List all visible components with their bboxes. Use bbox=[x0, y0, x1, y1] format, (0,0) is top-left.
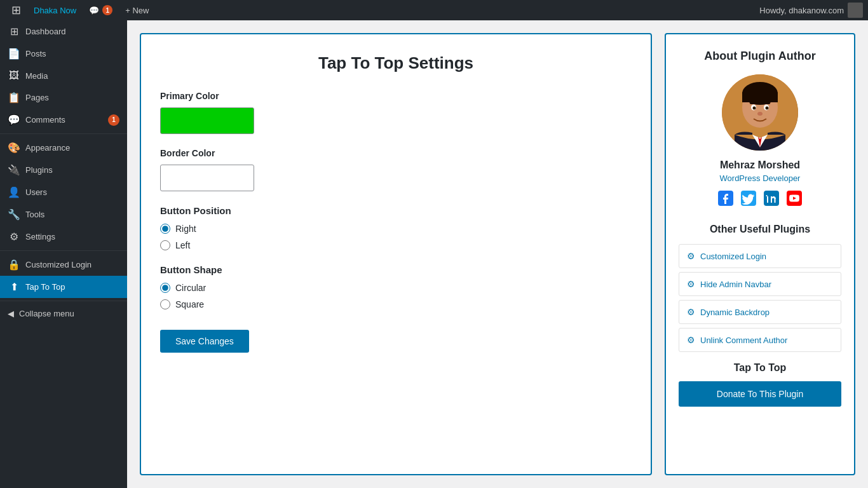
sidebar-item-tools[interactable]: 🔧 Tools bbox=[0, 203, 127, 226]
plugin-dynamic-backdrop-icon: ⚙ bbox=[687, 307, 695, 317]
button-shape-label: Button Shape bbox=[160, 264, 632, 275]
sidebar-item-dashboard[interactable]: ⊞ Dashboard bbox=[0, 20, 127, 43]
sidebar-item-users[interactable]: 👤 Users bbox=[0, 181, 127, 203]
sidebar-item-comments[interactable]: 💬 Comments 1 bbox=[0, 109, 127, 131]
social-icons-group bbox=[679, 191, 841, 210]
author-avatar bbox=[722, 74, 798, 151]
border-color-field: Border Color bbox=[160, 148, 632, 191]
plugins-icon: 🔌 bbox=[8, 164, 20, 176]
admin-bar: ⊞ Dhaka Now 💬 1 + New Howdy, dhakanow.co… bbox=[0, 0, 868, 20]
posts-icon: 📄 bbox=[8, 48, 20, 60]
sidebar-item-customized-login[interactable]: 🔒 Customized Login bbox=[0, 254, 127, 276]
sidebar-item-appearance[interactable]: 🎨 Appearance bbox=[0, 137, 127, 159]
primary-color-field: Primary Color bbox=[160, 91, 632, 134]
plugin-item-hide-admin-navbar[interactable]: ⚙ Hide Admin Navbar bbox=[679, 272, 841, 296]
admin-sidebar: ⊞ Dashboard 📄 Posts 🖼 Media 📋 Pages 💬 Co… bbox=[0, 20, 127, 488]
svg-rect-9 bbox=[761, 102, 770, 104]
plugin-unlink-comment-icon: ⚙ bbox=[687, 335, 695, 345]
author-role: WordPress Developer bbox=[679, 173, 841, 183]
button-shape-group: Button Shape Circular Square bbox=[160, 264, 632, 309]
plugin-item-unlink-comment-author[interactable]: ⚙ Unlink Comment Author bbox=[679, 328, 841, 352]
sidebar-item-media[interactable]: 🖼 Media bbox=[0, 65, 127, 86]
svg-rect-8 bbox=[750, 102, 759, 104]
shape-square-radio[interactable] bbox=[160, 299, 170, 309]
settings-title: Tap To Top Settings bbox=[160, 53, 632, 73]
user-avatar[interactable] bbox=[848, 3, 863, 18]
dashboard-icon: ⊞ bbox=[8, 25, 20, 37]
svg-point-10 bbox=[757, 112, 763, 116]
about-plugin-author-title: About Plugin Author bbox=[679, 50, 841, 63]
collapse-menu-button[interactable]: ◀ Collapse menu bbox=[0, 304, 127, 323]
svg-rect-3 bbox=[742, 92, 778, 102]
position-right-option[interactable]: Right bbox=[160, 224, 632, 234]
plugin-list: ⚙ Customized Login ⚙ Hide Admin Navbar ⚙… bbox=[679, 244, 841, 352]
border-color-label: Border Color bbox=[160, 148, 632, 158]
settings-icon: ⚙ bbox=[8, 231, 20, 243]
shape-square-option[interactable]: Square bbox=[160, 299, 632, 309]
site-name-link[interactable]: Dhaka Now bbox=[27, 0, 83, 20]
linkedin-icon[interactable] bbox=[764, 191, 779, 210]
author-sidebar-panel: About Plugin Author bbox=[665, 33, 855, 475]
other-plugins-title: Other Useful Plugins bbox=[679, 224, 841, 235]
donate-button[interactable]: Donate To This Plugin bbox=[679, 381, 841, 407]
tap-to-top-icon: ⬆ bbox=[8, 281, 20, 293]
primary-color-input[interactable] bbox=[160, 107, 254, 134]
pages-icon: 📋 bbox=[8, 92, 20, 104]
border-color-input[interactable] bbox=[160, 165, 254, 191]
new-content-link[interactable]: + New bbox=[119, 0, 155, 20]
primary-color-label: Primary Color bbox=[160, 91, 632, 101]
svg-point-6 bbox=[753, 107, 756, 110]
shape-circular-option[interactable]: Circular bbox=[160, 283, 632, 293]
collapse-icon: ◀ bbox=[8, 309, 14, 318]
appearance-icon: 🎨 bbox=[8, 142, 20, 154]
sidebar-item-plugins[interactable]: 🔌 Plugins bbox=[0, 159, 127, 181]
comments-link[interactable]: 💬 1 bbox=[83, 0, 119, 20]
twitter-icon[interactable] bbox=[741, 191, 756, 210]
plugin-item-customized-login[interactable]: ⚙ Customized Login bbox=[679, 244, 841, 268]
button-position-label: Button Position bbox=[160, 205, 632, 216]
author-name: Mehraz Morshed bbox=[679, 159, 841, 171]
position-left-option[interactable]: Left bbox=[160, 240, 632, 250]
tools-icon: 🔧 bbox=[8, 208, 20, 220]
sidebar-item-tap-to-top[interactable]: ⬆ Tap To Top bbox=[0, 276, 127, 298]
users-icon: 👤 bbox=[8, 186, 20, 198]
customized-login-icon: 🔒 bbox=[8, 259, 20, 271]
tap-top-section-title: Tap To Top bbox=[679, 362, 841, 374]
plugin-hide-navbar-icon: ⚙ bbox=[687, 279, 695, 289]
position-right-radio[interactable] bbox=[160, 224, 170, 234]
admin-bar-right: Howdy, dhakanow.com bbox=[759, 3, 863, 18]
comments-icon: 💬 bbox=[8, 114, 20, 126]
shape-circular-radio[interactable] bbox=[160, 283, 170, 293]
youtube-icon[interactable] bbox=[787, 191, 802, 210]
main-content: Tap To Top Settings Primary Color Border… bbox=[127, 20, 868, 488]
sidebar-item-posts[interactable]: 📄 Posts bbox=[0, 43, 127, 65]
svg-point-7 bbox=[766, 107, 769, 110]
button-position-group: Button Position Right Left bbox=[160, 205, 632, 250]
position-left-radio[interactable] bbox=[160, 240, 170, 250]
author-avatar-wrapper bbox=[679, 74, 841, 151]
svg-rect-14 bbox=[787, 191, 802, 206]
settings-panel: Tap To Top Settings Primary Color Border… bbox=[140, 33, 652, 475]
save-changes-button[interactable]: Save Changes bbox=[160, 330, 249, 353]
media-icon: 🖼 bbox=[8, 70, 20, 81]
sidebar-item-pages[interactable]: 📋 Pages bbox=[0, 86, 127, 109]
wp-logo[interactable]: ⊞ bbox=[5, 0, 27, 20]
plugin-item-dynamic-backdrop[interactable]: ⚙ Dynamic Backdrop bbox=[679, 300, 841, 324]
sidebar-item-settings[interactable]: ⚙ Settings bbox=[0, 226, 127, 248]
plugin-customized-login-icon: ⚙ bbox=[687, 251, 695, 261]
facebook-icon[interactable] bbox=[718, 191, 733, 210]
